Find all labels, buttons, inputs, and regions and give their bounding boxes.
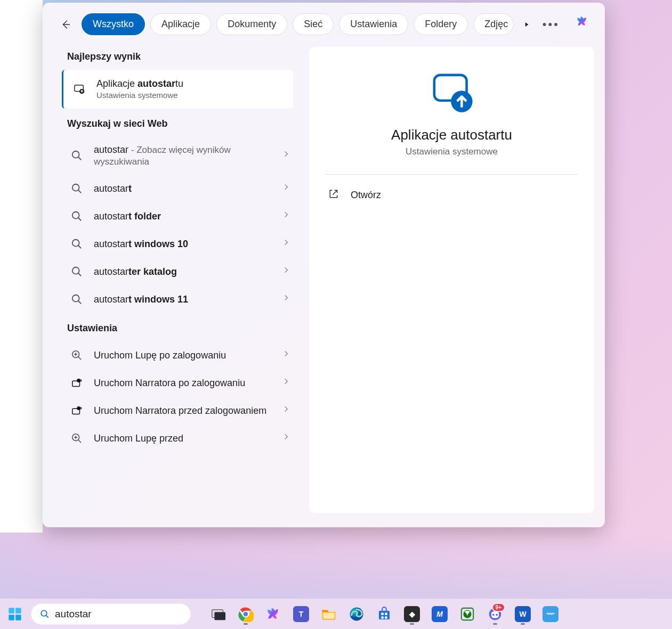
open-label: Otwórz	[351, 190, 381, 201]
top-result-sub: Ustawienia systemowe	[96, 90, 282, 101]
app-icon[interactable]: ◆	[401, 603, 423, 625]
settings-result[interactable]: Uruchom Narratora przed zalogowaniem	[43, 397, 304, 424]
back-button[interactable]	[59, 15, 72, 34]
section-web: Wyszukaj w sieci Web	[43, 109, 304, 137]
discord-badge: 9+	[492, 603, 505, 612]
app-chart-icon[interactable]: 〰	[539, 603, 562, 625]
microsoft-store-icon[interactable]	[373, 603, 395, 625]
preview-sub: Ustawienia systemowe	[325, 146, 578, 157]
search-icon	[69, 209, 84, 224]
chevron-right-icon	[282, 183, 293, 194]
search-icon	[69, 148, 84, 163]
chevron-right-icon	[282, 211, 293, 222]
chevron-right-icon	[282, 350, 293, 361]
app-m-icon[interactable]: M	[428, 603, 451, 625]
edge-icon[interactable]	[345, 603, 368, 625]
startup-apps-icon	[72, 81, 87, 96]
filter-photos[interactable]: Zdjęc	[473, 13, 514, 35]
chevron-right-icon	[282, 405, 293, 416]
svg-point-36	[492, 614, 495, 616]
preview-title: Aplikacje autostartu	[325, 127, 578, 143]
filter-web[interactable]: Sieć	[293, 13, 334, 35]
svg-point-20	[41, 610, 47, 616]
start-button[interactable]	[4, 603, 26, 625]
search-icon	[69, 236, 84, 251]
xbox-icon[interactable]	[456, 603, 479, 625]
startup-apps-large-icon	[427, 68, 476, 117]
svg-rect-30	[385, 612, 387, 615]
svg-point-7	[72, 295, 79, 302]
open-action[interactable]: Otwórz	[325, 184, 578, 206]
svg-rect-17	[15, 608, 21, 614]
word-icon[interactable]: W	[512, 603, 534, 625]
web-result[interactable]: autostarter katalog	[43, 258, 304, 285]
chevron-right-icon	[282, 294, 293, 305]
search-flyout: Wszystko Aplikacje Dokumenty Sieć Ustawi…	[43, 3, 605, 527]
more-options[interactable]: •••	[537, 15, 565, 34]
search-icon	[69, 264, 84, 279]
open-external-icon	[328, 189, 339, 202]
svg-rect-29	[381, 612, 383, 615]
svg-point-6	[72, 267, 79, 274]
settings-result[interactable]: Uruchom Narratora po zalogowaniu	[43, 369, 304, 397]
svg-point-10	[77, 379, 80, 382]
section-settings: Ustawienia	[43, 313, 304, 341]
settings-result[interactable]: Uruchom Lupę po zalogowaniu	[43, 341, 304, 369]
results-list: Najlepszy wynik Aplikacje autostartu Ust…	[43, 42, 304, 524]
filter-apps[interactable]: Aplikacje	[150, 13, 211, 35]
discord-icon[interactable]: 9+	[484, 603, 506, 625]
filter-folders[interactable]: Foldery	[414, 13, 468, 35]
section-best-match: Najlepszy wynik	[43, 42, 304, 70]
web-result[interactable]: autostart windows 10	[43, 230, 304, 258]
web-result[interactable]: autostar - Zobacz więcej wyników wyszuki…	[43, 137, 304, 175]
svg-point-5	[72, 240, 79, 247]
magnifier-plus-icon	[69, 431, 84, 446]
chevron-right-icon	[282, 266, 293, 277]
svg-point-3	[72, 184, 79, 191]
window-frame	[0, 0, 43, 533]
web-result[interactable]: autostart	[43, 175, 304, 202]
search-icon	[69, 292, 84, 307]
web-result[interactable]: autostart windows 11	[43, 285, 304, 313]
filter-all[interactable]: Wszystko	[82, 13, 145, 35]
web-result[interactable]: autostart folder	[43, 202, 304, 230]
svg-rect-31	[381, 616, 383, 618]
taskbar-search-input[interactable]	[55, 608, 182, 620]
chevron-right-icon	[282, 378, 293, 388]
svg-rect-28	[379, 610, 390, 619]
copilot-taskbar-icon[interactable]	[262, 603, 285, 625]
teams-icon[interactable]: T	[290, 603, 312, 625]
settings-result[interactable]: Uruchom Lupę przed	[43, 424, 304, 452]
filter-bar: Wszystko Aplikacje Dokumenty Sieć Ustawi…	[43, 3, 605, 42]
chrome-icon[interactable]	[234, 603, 257, 625]
svg-rect-18	[9, 615, 14, 620]
preview-pane: Aplikacje autostartu Ustawienia systemow…	[309, 47, 594, 513]
chevron-right-icon	[282, 239, 293, 249]
svg-rect-19	[15, 615, 21, 620]
magnifier-plus-icon	[69, 348, 84, 363]
divider	[325, 174, 578, 175]
top-result[interactable]: Aplikacje autostartu Ustawienia systemow…	[62, 70, 293, 109]
svg-rect-22	[214, 612, 225, 620]
copilot-icon[interactable]	[576, 15, 589, 34]
filter-settings[interactable]: Ustawienia	[339, 13, 408, 35]
top-result-title: Aplikacje autostartu	[96, 77, 282, 90]
svg-point-2	[72, 151, 79, 158]
search-icon	[69, 181, 84, 196]
file-explorer-icon[interactable]	[318, 603, 340, 625]
filter-documents[interactable]: Dokumenty	[216, 13, 287, 35]
search-icon	[40, 609, 50, 619]
taskbar: T ◆ M 9+ W 〰	[0, 598, 672, 629]
taskbar-search[interactable]	[31, 603, 191, 625]
svg-point-12	[77, 407, 80, 410]
chevron-right-icon	[282, 150, 293, 161]
svg-rect-26	[323, 612, 334, 618]
narrator-icon	[69, 375, 84, 390]
svg-rect-16	[9, 608, 14, 614]
svg-rect-32	[385, 616, 387, 618]
chevron-right-icon	[282, 433, 293, 444]
filter-scroll-right[interactable]	[521, 17, 532, 32]
task-view-icon[interactable]	[207, 603, 229, 625]
svg-point-25	[244, 611, 248, 616]
svg-point-37	[496, 614, 498, 616]
